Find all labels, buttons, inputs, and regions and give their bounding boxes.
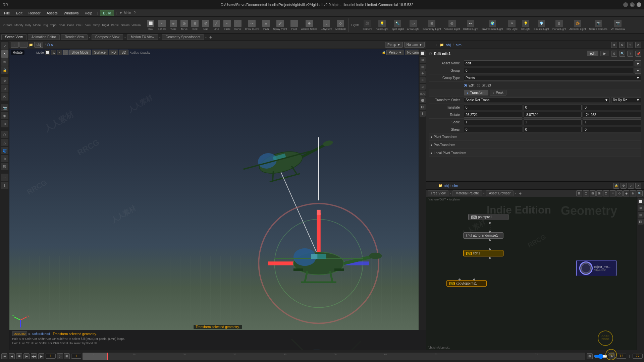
group-dropdown-icon[interactable]: ▼ (635, 68, 641, 74)
tl-frame-input[interactable] (46, 354, 56, 359)
tab-topo[interactable]: Topo (49, 23, 57, 27)
group-value[interactable]: 0 (464, 68, 633, 73)
tab-model[interactable]: Model (33, 23, 42, 27)
slide-mode-btn[interactable]: Slide Mode (69, 50, 91, 55)
ne-icon-2[interactable]: ⊞ (638, 205, 644, 211)
node-tool-6[interactable]: ⌖ (610, 190, 616, 196)
node-tool-2[interactable]: ◫ (583, 190, 589, 196)
shz-value[interactable]: 0 (583, 127, 641, 132)
tab-cons[interactable]: Cons (66, 23, 75, 27)
node-tab-assets[interactable]: Asset Browser (486, 190, 514, 196)
sidebar-select[interactable]: ↖ (1, 50, 8, 58)
props-nav-fwd[interactable]: → (434, 43, 438, 47)
tab-rig[interactable]: Rig (43, 23, 49, 27)
props-nav-back[interactable]: ← (429, 43, 432, 47)
sidebar-move[interactable]: ✥ (1, 77, 8, 84)
props-obj-link[interactable]: obj (446, 43, 451, 47)
help-icon[interactable]: ? (134, 11, 136, 15)
tab-grains[interactable]: Grains (120, 23, 130, 27)
tab-rigid[interactable]: Rigid (101, 23, 110, 27)
tool-line[interactable]: ╱ Line (211, 19, 221, 31)
vp-icon-8[interactable]: ⬤ (420, 97, 426, 103)
tool-torus[interactable]: ◎ Torus (179, 19, 189, 31)
tab-simp[interactable]: Simp (93, 23, 101, 27)
vp-icon-4[interactable]: ⊕ (420, 70, 426, 76)
node-tool-4[interactable]: ⊠ (596, 190, 602, 196)
sidebar-geo[interactable]: △ (1, 139, 8, 146)
peak-tab[interactable]: ● Peak (490, 90, 506, 96)
vp-icon-10[interactable]: ℹ (420, 111, 426, 117)
props-tool-2[interactable]: ⚙ (619, 42, 625, 48)
timeline-frame-bar[interactable]: 1 10 20 30 40 50 60 70 72 (83, 353, 585, 360)
rx-value[interactable]: 26.2721 (464, 112, 522, 118)
menu-file[interactable]: File (1, 10, 13, 16)
node-fwd[interactable]: → (434, 184, 437, 187)
node-sim-link[interactable]: sim (452, 184, 458, 188)
vp-cam-dropdown[interactable]: No cam ▼ (404, 42, 425, 48)
ne-icon-4[interactable]: ◧ (638, 219, 644, 225)
tool-vr-camera[interactable]: 📷 VR Camera (609, 19, 626, 31)
menu-render[interactable]: Render (26, 10, 43, 16)
ne-icon-1[interactable]: ⬜ (638, 198, 644, 204)
tab-modify[interactable]: Modify (14, 23, 24, 27)
tz-value[interactable]: 0 (583, 105, 641, 110)
tool-stereo-camera[interactable]: 📷 Stereo Camera (588, 19, 608, 31)
menu-edit[interactable]: Edit (13, 10, 25, 16)
tl-start-frame[interactable] (71, 354, 81, 359)
tool-curve[interactable]: ⌒ Curve (233, 19, 243, 31)
pivot-section[interactable]: ● Pivot Transform (429, 133, 641, 141)
sx-value[interactable]: 1 (464, 119, 522, 125)
node-attribrandomize[interactable]: attribrandomize1 (463, 232, 503, 239)
close-button[interactable]: ✕ (637, 2, 641, 7)
vp-icon-7[interactable]: abc (420, 90, 426, 97)
node-canvas[interactable]: Indie Edition Geometry 人人素材 RRCG /fractu… (426, 197, 644, 350)
tool-sphere[interactable]: ○ Sphere (156, 19, 168, 31)
radio-sculpt[interactable]: Sculpt (477, 83, 491, 87)
ry-value[interactable]: -8.87304 (524, 112, 582, 118)
rotate-mode-label[interactable]: Rotate (11, 50, 24, 55)
tab-animation-editor[interactable]: Animation Editor (28, 34, 60, 40)
tab-geo-spreadsheet[interactable]: Geometry Spreadsheet (162, 34, 204, 40)
props-settings[interactable]: ⚙ (611, 51, 617, 57)
tool-font[interactable]: T Font (289, 19, 299, 31)
shx-value[interactable]: 0 (464, 127, 522, 132)
tl-prev-frame[interactable]: ◀ (9, 353, 15, 359)
menu-help[interactable]: Help (82, 10, 95, 16)
build-button[interactable]: Build (100, 10, 114, 16)
node-close[interactable]: ✕ (635, 183, 641, 189)
sd-btn[interactable]: SD (119, 50, 128, 55)
vp-icon-3[interactable]: ◫ (420, 64, 426, 70)
node-tool-1[interactable]: ⊞ (576, 190, 582, 196)
tool-path[interactable]: △ Path (261, 19, 271, 31)
sidebar-cam[interactable]: 📷 (1, 104, 8, 111)
vp-obj[interactable]: obj (34, 42, 43, 48)
vp-persp-dropdown[interactable]: Persp ▼ (385, 42, 403, 48)
node-tool-10[interactable]: 🔍 (637, 190, 643, 196)
vp-icon-6[interactable]: ⊿ (420, 84, 426, 90)
sidebar-lock[interactable]: 🔒 (1, 66, 8, 74)
node-tool-8[interactable]: ◈ (623, 190, 629, 196)
group-type-dropdown[interactable]: Points ▼ (464, 75, 641, 81)
menu-windows[interactable]: Windows (61, 10, 82, 16)
tool-metaball[interactable]: ◇ Metaball (334, 19, 347, 31)
desk-dropdown[interactable]: ▼ (119, 11, 122, 15)
viewport[interactable]: ← → 📁 obj / ⬡ sim Persp ▼ No cam ▼ 人人素材 … (9, 41, 426, 350)
tool-area-light[interactable]: ▭ Area Light (406, 19, 421, 31)
asset-name-value[interactable]: edit (464, 60, 633, 66)
tool-draw-curve[interactable]: 〜 Draw Curve (244, 19, 260, 31)
vp-icon-1[interactable]: ⬜ (420, 50, 426, 56)
radio-edit[interactable]: Edit (464, 83, 474, 87)
tool-sky-light[interactable]: ☀ Sky Light (505, 19, 519, 31)
tool-grid[interactable]: ⊞ Grid (190, 19, 200, 31)
tab-char[interactable]: Char (58, 23, 66, 27)
vp-icon-9[interactable]: ◧ (420, 104, 426, 110)
node-copypoints[interactable]: copytopoints1 (446, 280, 487, 287)
sz-value[interactable]: 1 (583, 119, 641, 125)
tool-camera[interactable]: 🎥 Camera (361, 19, 373, 31)
ty-value[interactable]: 0 (524, 105, 582, 110)
sidebar-display[interactable]: ◉ (1, 112, 8, 119)
tx-value[interactable]: 0 (464, 105, 522, 110)
tl-end-frame-2[interactable] (633, 354, 643, 359)
tool-null[interactable]: ∅ Null (201, 19, 211, 31)
asset-name-arrow[interactable]: ▶ (635, 60, 641, 66)
